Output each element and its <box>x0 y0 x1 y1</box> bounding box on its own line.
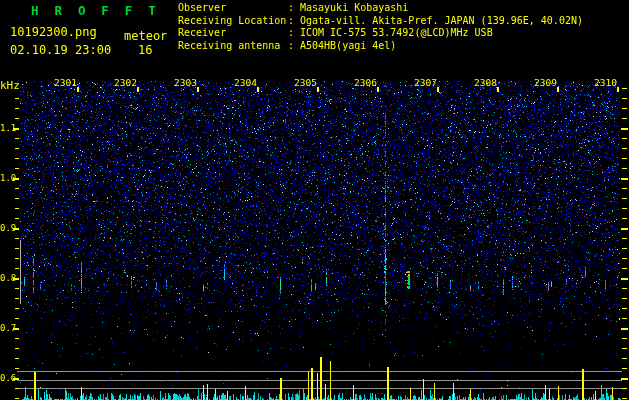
freq-tick-label: 1.1 <box>0 123 15 133</box>
info-colon: : <box>288 40 294 53</box>
freq-tick-label: 1.0 <box>0 173 15 183</box>
freq-tick-label: 0.6 <box>0 373 15 383</box>
freq-tick-label: 0.8 <box>0 273 15 283</box>
info-colon: : <box>288 15 294 28</box>
time-tick-label: 2310 <box>577 77 617 88</box>
info-value: Masayuki Kobayashi <box>300 2 408 15</box>
time-tick-label: 2308 <box>457 77 497 88</box>
meteor-count: 16 <box>138 43 152 57</box>
info-value: Ogata-vill. Akita-Pref. JAPAN (139.96E, … <box>300 15 583 28</box>
info-label: Receiving Location <box>178 15 286 28</box>
app-title: H R O F F T <box>31 3 160 18</box>
spectrogram-canvas <box>0 0 629 400</box>
info-colon: : <box>288 2 294 15</box>
time-tick-label: 2304 <box>217 77 257 88</box>
info-colon: : <box>288 27 294 40</box>
time-tick-label: 2305 <box>277 77 317 88</box>
filename-label: 10192300.png <box>10 25 97 39</box>
time-tick-label: 2303 <box>157 77 197 88</box>
time-tick-label: 2302 <box>97 77 137 88</box>
info-label: Receiver <box>178 27 226 40</box>
time-tick-label: 2307 <box>397 77 437 88</box>
freq-tick-label: 0.7 <box>0 323 15 333</box>
hrofft-screen: H R O F F T 10192300.png meteor 02.10.19… <box>0 0 629 400</box>
mode-label: meteor <box>124 29 167 43</box>
info-value: ICOM IC-575 53.7492(@LCD)MHz USB <box>300 27 493 40</box>
time-tick-label: 2301 <box>37 77 77 88</box>
info-value: A504HB(yagi 4el) <box>300 40 396 53</box>
info-label: Receiving antenna <box>178 40 280 53</box>
info-label: Observer <box>178 2 226 15</box>
time-tick-label: 2306 <box>337 77 377 88</box>
time-tick-label: 2309 <box>517 77 557 88</box>
freq-tick-label: 0.9 <box>0 223 15 233</box>
khz-unit-label: kHz <box>0 79 20 92</box>
datetime-label: 02.10.19 23:00 <box>10 43 111 57</box>
